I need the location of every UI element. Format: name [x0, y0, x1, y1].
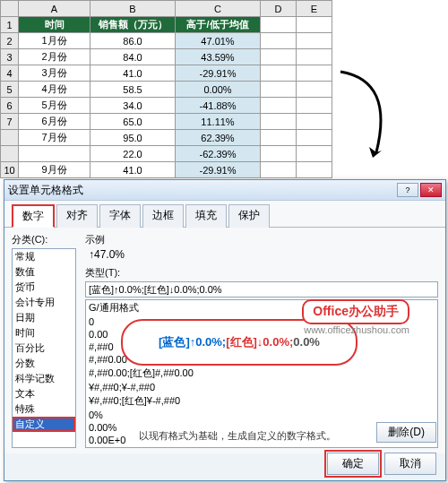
cell[interactable]	[297, 98, 332, 114]
cat-accounting[interactable]: 会计专用	[13, 295, 75, 310]
cat-fraction[interactable]: 分数	[13, 356, 75, 371]
cell[interactable]	[261, 146, 297, 162]
cell[interactable]: 62.39%	[176, 130, 261, 146]
type-item[interactable]: #,##0.00;[红色]#,##0.00	[86, 366, 437, 381]
col-header-B[interactable]: B	[90, 1, 176, 17]
cell[interactable]	[261, 82, 297, 98]
cell[interactable]	[297, 49, 332, 65]
cell[interactable]: 43.59%	[176, 49, 261, 65]
cat-currency[interactable]: 货币	[13, 280, 75, 295]
tab-font[interactable]: 字体	[99, 204, 141, 228]
tab-border[interactable]: 边框	[142, 204, 184, 228]
help-button[interactable]: ?	[397, 183, 418, 197]
header-variance[interactable]: 高于/低于均值	[176, 17, 261, 33]
row-header-4[interactable]: 4	[1, 65, 19, 82]
cell[interactable]	[261, 130, 297, 146]
cat-percentage[interactable]: 百分比	[13, 341, 75, 356]
row-header-1[interactable]: 1	[1, 17, 19, 33]
cell[interactable]	[297, 82, 332, 98]
corner-cell[interactable]	[1, 1, 19, 17]
spreadsheet-grid[interactable]: A B C D E 1 时间 销售额（万元） 高于/低于均值 2 1月份 86.…	[0, 0, 332, 178]
cell[interactable]: 47.01%	[176, 33, 261, 49]
cell[interactable]: 4月份	[19, 82, 90, 98]
type-input[interactable]	[85, 281, 438, 298]
header-time[interactable]: 时间	[19, 17, 90, 33]
cell[interactable]	[261, 33, 297, 49]
row-header-9[interactable]	[1, 146, 19, 162]
cell[interactable]: 34.0	[90, 98, 176, 114]
cell[interactable]	[297, 65, 332, 82]
col-header-E[interactable]: E	[297, 1, 332, 17]
cell[interactable]: 1月份	[19, 33, 90, 49]
cell[interactable]: -62.39%	[176, 146, 261, 162]
type-item[interactable]: 0%	[86, 409, 437, 421]
cat-custom[interactable]: 自定义	[13, 417, 75, 432]
header-sales[interactable]: 销售额（万元）	[90, 17, 176, 33]
col-header-C[interactable]: C	[176, 1, 261, 17]
tab-number[interactable]: 数字	[12, 204, 55, 228]
cat-special[interactable]: 特殊	[13, 401, 75, 417]
cell[interactable]: 6月份	[19, 114, 90, 130]
cat-scientific[interactable]: 科学记数	[13, 371, 75, 386]
cell[interactable]: -29.91%	[176, 162, 261, 178]
cell[interactable]: 41.0	[90, 162, 176, 178]
cell[interactable]: 84.0	[90, 49, 176, 65]
cell[interactable]	[261, 49, 297, 65]
type-item[interactable]: ¥#,##0;¥-#,##0	[86, 381, 437, 393]
cell[interactable]: 95.0	[90, 130, 176, 146]
row-header-8[interactable]	[1, 130, 19, 146]
cell[interactable]: 22.0	[90, 146, 176, 162]
cell[interactable]	[297, 130, 332, 146]
col-header-D[interactable]: D	[261, 1, 297, 17]
cell[interactable]: 3月份	[19, 65, 90, 82]
cell[interactable]	[261, 162, 297, 178]
row-header-5[interactable]: 5	[1, 82, 19, 98]
cell[interactable]: 9月份	[19, 162, 90, 178]
delete-button[interactable]: 删除(D)	[376, 422, 436, 443]
col-header-A[interactable]: A	[19, 1, 90, 17]
cell[interactable]	[261, 114, 297, 130]
row-header-2[interactable]: 2	[1, 33, 19, 49]
cell[interactable]: -29.91%	[176, 65, 261, 82]
type-label: 类型(T):	[85, 266, 438, 280]
cat-date[interactable]: 日期	[13, 310, 75, 325]
cell[interactable]: 58.5	[90, 82, 176, 98]
tab-protect[interactable]: 保护	[228, 204, 270, 228]
row-header-7[interactable]: 7	[1, 114, 19, 130]
cell[interactable]	[19, 146, 90, 162]
cell[interactable]: 2月份	[19, 49, 90, 65]
type-item[interactable]: ##0.0E+0	[86, 446, 437, 448]
cancel-button[interactable]: 取消	[384, 453, 436, 475]
cell[interactable]: 7月份	[19, 130, 90, 146]
row-header-6[interactable]: 6	[1, 98, 19, 114]
cell[interactable]	[261, 17, 297, 33]
cell[interactable]	[261, 98, 297, 114]
cell[interactable]: 41.0	[90, 65, 176, 82]
cell[interactable]: 11.11%	[176, 114, 261, 130]
cell[interactable]	[297, 146, 332, 162]
cell[interactable]	[297, 33, 332, 49]
cell[interactable]	[261, 65, 297, 82]
category-list[interactable]: 常规 数值 货币 会计专用 日期 时间 百分比 分数 科学记数 文本 特殊 自定…	[12, 248, 76, 448]
cell[interactable]	[297, 114, 332, 130]
row-header-10[interactable]: 10	[1, 162, 19, 178]
cell[interactable]: 0.00%	[176, 82, 261, 98]
cat-time[interactable]: 时间	[13, 325, 75, 341]
cat-text[interactable]: 文本	[13, 386, 75, 401]
type-item[interactable]: ¥#,##0;[红色]¥-#,##0	[86, 393, 437, 409]
cell[interactable]: 65.0	[90, 114, 176, 130]
cat-number[interactable]: 数值	[13, 264, 75, 280]
cell[interactable]: 86.0	[90, 33, 176, 49]
close-button[interactable]: ✕	[420, 183, 442, 197]
arrow-annotation-icon	[332, 63, 403, 170]
ok-button[interactable]: 确定	[327, 453, 379, 475]
cell[interactable]: -41.88%	[176, 98, 261, 114]
cell[interactable]	[297, 17, 332, 33]
dialog-titlebar[interactable]: 设置单元格格式 ? ✕	[4, 180, 445, 201]
cell[interactable]	[297, 162, 332, 178]
cat-general[interactable]: 常规	[13, 249, 75, 264]
tab-fill[interactable]: 填充	[185, 204, 227, 228]
row-header-3[interactable]: 3	[1, 49, 19, 65]
cell[interactable]: 5月份	[19, 98, 90, 114]
tab-align[interactable]: 对齐	[56, 204, 98, 228]
